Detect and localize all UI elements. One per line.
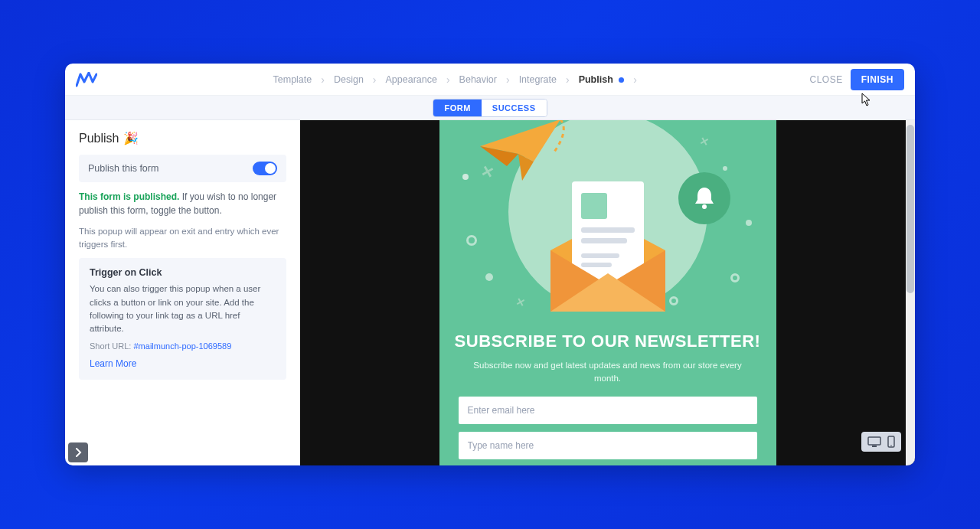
ring-icon: [466, 235, 477, 246]
svg-rect-3: [581, 238, 627, 243]
publish-sidebar: Publish 🎉 Publish this form This form is…: [65, 120, 300, 465]
page-title: Publish 🎉: [79, 131, 286, 145]
publish-status-text: This form is published. If you wish to n…: [79, 190, 286, 217]
chevron-right-icon: ›: [319, 73, 326, 86]
trigger-body: You can also trigger this popup when a u…: [90, 282, 276, 335]
svg-rect-8: [872, 446, 877, 447]
x-icon: ✕: [698, 135, 710, 149]
subtabs-row: FORM SUCCESS: [65, 96, 915, 120]
preview-scrollbar[interactable]: [906, 120, 915, 465]
chevron-right-icon: ›: [371, 73, 378, 86]
close-button[interactable]: CLOSE: [809, 74, 842, 85]
active-step-dot: [619, 77, 624, 83]
newsletter-popup-preview: ✕ ✕ ✕: [439, 120, 776, 465]
crumb-template[interactable]: Template: [269, 71, 317, 88]
crumb-integrate[interactable]: Integrate: [514, 71, 561, 88]
short-url-value[interactable]: #mailmunch-pop-1069589: [133, 341, 231, 351]
logo-icon: [76, 71, 97, 88]
x-icon: ✕: [514, 296, 527, 310]
dot-icon: [462, 174, 469, 180]
app-window: Template › Design › Appearance › Behavio…: [65, 64, 915, 465]
publish-status-bold: This form is published.: [79, 191, 179, 202]
crumb-publish-label: Publish: [579, 74, 613, 85]
chevron-right-icon: ›: [564, 73, 571, 86]
popup-hero-illustration: ✕ ✕ ✕: [439, 120, 776, 319]
behavior-description: This popup will appear on exit and entry…: [79, 225, 286, 250]
expand-sidebar-button[interactable]: [68, 442, 88, 462]
toggle-knob: [265, 163, 276, 174]
name-field[interactable]: [459, 432, 757, 459]
chevron-right-icon: [74, 448, 82, 457]
tab-success[interactable]: SUCCESS: [482, 100, 547, 116]
svg-rect-2: [581, 227, 635, 233]
envelope-icon: [535, 166, 681, 319]
bell-icon: [678, 172, 730, 224]
dot-icon: [746, 220, 752, 226]
tab-form[interactable]: FORM: [433, 100, 481, 116]
trigger-on-click-box: Trigger on Click You can also trigger th…: [79, 258, 286, 380]
preview-pane: ✕ ✕ ✕: [300, 120, 915, 465]
dot-icon: [723, 166, 727, 171]
popup-title: SUBSCRIBE TO OUR NEWSLETTER!: [453, 331, 763, 351]
publish-toggle[interactable]: [253, 162, 277, 175]
short-url-label: Short URL:: [90, 341, 131, 351]
svg-point-10: [890, 445, 892, 446]
trigger-heading: Trigger on Click: [90, 267, 276, 278]
breadcrumb: Template › Design › Appearance › Behavio…: [103, 71, 803, 88]
device-preview-toggle: [861, 432, 901, 452]
scrollbar-thumb[interactable]: [906, 125, 914, 293]
page-title-text: Publish: [79, 132, 119, 145]
publish-toggle-label: Publish this form: [88, 163, 158, 174]
crumb-appearance[interactable]: Appearance: [381, 71, 442, 88]
chevron-right-icon: ›: [505, 73, 511, 86]
app-body: Publish 🎉 Publish this form This form is…: [65, 120, 915, 465]
popup-subtitle: Subscribe now and get latest updates and…: [470, 359, 746, 386]
app-header: Template › Design › Appearance › Behavio…: [65, 64, 915, 96]
svg-rect-1: [581, 193, 607, 219]
publish-toggle-row: Publish this form: [79, 155, 286, 182]
chevron-right-icon: ›: [632, 73, 639, 86]
crumb-publish[interactable]: Publish: [574, 71, 629, 88]
finish-button[interactable]: FINISH: [851, 69, 904, 90]
svg-rect-5: [581, 263, 612, 267]
crumb-design[interactable]: Design: [329, 71, 368, 88]
chevron-right-icon: ›: [445, 73, 452, 86]
svg-rect-4: [581, 253, 619, 258]
header-actions: CLOSE FINISH: [809, 69, 904, 90]
subtabs: FORM SUCCESS: [433, 99, 547, 117]
dot-icon: [485, 273, 493, 281]
learn-more-link[interactable]: Learn More: [90, 358, 276, 369]
short-url-row: Short URL: #mailmunch-pop-1069589: [90, 341, 276, 351]
ring-icon: [730, 273, 740, 282]
party-popper-icon: 🎉: [123, 131, 139, 145]
email-field[interactable]: [459, 397, 757, 424]
crumb-behavior[interactable]: Behavior: [455, 71, 501, 88]
svg-rect-7: [868, 437, 880, 445]
svg-point-6: [702, 204, 707, 209]
desktop-icon[interactable]: [867, 436, 881, 447]
mobile-icon[interactable]: [887, 436, 895, 448]
